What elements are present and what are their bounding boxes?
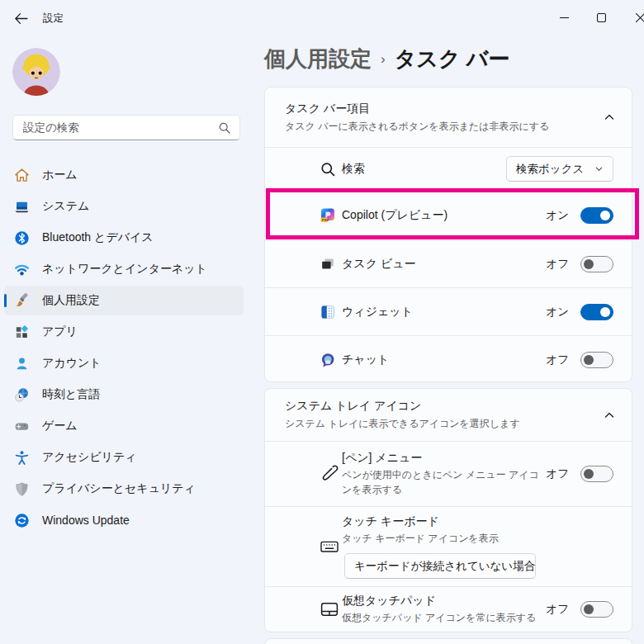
- toggle-state-label: オン: [546, 305, 569, 320]
- accessibility-icon: [14, 450, 30, 466]
- search-icon: [320, 161, 336, 178]
- next-card-stub: [264, 638, 632, 644]
- row-title: タッチ キーボード: [342, 514, 613, 529]
- dropdown-value: 検索ボックス: [516, 162, 585, 177]
- minimize-button[interactable]: [552, 5, 576, 30]
- breadcrumb: 個人用設定›タスク バー: [264, 45, 509, 73]
- task-view-toggle[interactable]: [580, 256, 613, 272]
- title-bar: 設定: [0, 0, 644, 36]
- section-title: システム トレイ アイコン: [285, 399, 604, 414]
- breadcrumb-parent[interactable]: 個人用設定: [264, 46, 372, 71]
- system-icon: [14, 199, 30, 215]
- row-touch-keyboard: タッチ キーボード タッチ キーボード アイコンを表示 キーボードが接続されてい…: [265, 506, 632, 586]
- sidebar-item-personalization[interactable]: 個人用設定: [4, 286, 244, 315]
- row-copilot: PRE Copilot (プレビュー) オン: [265, 190, 632, 240]
- row-label: タスク ビュー: [342, 257, 546, 272]
- widgets-toggle[interactable]: [580, 304, 613, 320]
- row-description: ペンが使用中のときにペン メニュー アイコンを表示する: [342, 468, 546, 497]
- row-label: チャット: [342, 353, 546, 367]
- virtual-touchpad-toggle[interactable]: [580, 601, 613, 618]
- user-avatar: [12, 48, 60, 96]
- search-glass-icon: [218, 121, 231, 135]
- touch-keyboard-dropdown[interactable]: キーボードが接続されていない場合: [344, 553, 536, 579]
- task-view-icon: [320, 256, 336, 272]
- close-icon: [636, 13, 644, 22]
- sidebar-item-network[interactable]: ネットワークとインターネット: [4, 254, 244, 284]
- widgets-icon: [320, 304, 336, 320]
- bluetooth-icon: [14, 230, 30, 246]
- back-arrow-icon: [14, 12, 28, 26]
- row-title: [ペン] メニュー: [342, 451, 546, 466]
- sidebar-item-time-language[interactable]: 時刻と言語: [4, 380, 244, 410]
- taskbar-items-card: タスク バー項目 タスク バーに表示されるボタンを表示または非表示にする 検索 …: [264, 87, 632, 382]
- home-icon: [14, 168, 30, 183]
- time-language-icon: [14, 387, 30, 403]
- row-label: 検索: [342, 162, 506, 177]
- sidebar-item-gaming[interactable]: ゲーム: [4, 411, 244, 441]
- sidebar-item-label: Bluetooth とデバイス: [42, 230, 154, 245]
- sidebar-item-accessibility[interactable]: アクセシビリティ: [4, 443, 244, 472]
- toggle-state-label: オフ: [546, 602, 569, 617]
- search-mode-dropdown[interactable]: 検索ボックス: [506, 156, 613, 182]
- sidebar-item-bluetooth[interactable]: Bluetooth とデバイス: [4, 223, 244, 253]
- chat-icon: [320, 352, 336, 368]
- svg-text:PRE: PRE: [322, 218, 329, 222]
- privacy-icon: [14, 481, 30, 497]
- gaming-icon: [14, 419, 30, 434]
- page-title: タスク バー: [395, 46, 510, 71]
- sidebar-item-apps[interactable]: アプリ: [4, 317, 244, 347]
- sidebar-item-accounts[interactable]: アカウント: [4, 348, 244, 378]
- maximize-button[interactable]: [589, 5, 613, 30]
- sidebar-item-label: ホーム: [42, 168, 78, 182]
- sidebar-item-privacy[interactable]: プライバシーとセキュリティ: [4, 474, 244, 504]
- sidebar-item-label: 個人用設定: [42, 293, 100, 308]
- chat-toggle[interactable]: [580, 352, 613, 368]
- pen-menu-toggle[interactable]: [580, 466, 613, 482]
- maximize-icon: [597, 13, 606, 22]
- sidebar-item-label: 時刻と言語: [42, 387, 100, 402]
- toggle-state-label: オフ: [546, 353, 569, 367]
- sidebar-item-home[interactable]: ホーム: [4, 160, 244, 190]
- sidebar-item-label: アクセシビリティ: [42, 450, 137, 465]
- row-task-view: タスク ビュー オフ: [265, 240, 632, 287]
- row-chat: チャット オフ: [265, 335, 632, 382]
- pen-icon: [320, 464, 339, 484]
- row-pen-menu: [ペン] メニュー ペンが使用中のときにペン メニュー アイコンを表示する オフ: [265, 441, 632, 506]
- breadcrumb-separator-icon: ›: [381, 51, 386, 67]
- apps-icon: [14, 324, 30, 340]
- main-content: 個人用設定›タスク バー タスク バー項目 タスク バーに表示されるボタンを表示…: [264, 36, 644, 644]
- row-description: タッチ キーボード アイコンを表示: [342, 532, 555, 546]
- taskbar-items-expander[interactable]: タスク バー項目 タスク バーに表示されるボタンを表示または非表示にする: [265, 88, 632, 147]
- row-search: 検索 検索ボックス: [265, 147, 632, 190]
- sidebar-item-label: ネットワークとインターネット: [42, 262, 207, 277]
- windows-update-icon: [14, 513, 30, 528]
- dropdown-value: キーボードが接続されていない場合: [354, 559, 535, 574]
- personalization-icon: [14, 293, 30, 309]
- sidebar-item-label: システム: [42, 199, 89, 214]
- copilot-toggle[interactable]: [580, 207, 613, 224]
- chevron-up-icon[interactable]: [604, 410, 615, 421]
- touch-keyboard-icon: [320, 537, 339, 556]
- app-title: 設定: [43, 12, 64, 26]
- sidebar-item-windows-update[interactable]: Windows Update: [4, 505, 244, 535]
- sidebar: ホームシステムBluetooth とデバイスネットワークとインターネット個人用設…: [0, 36, 252, 644]
- system-tray-expander[interactable]: システム トレイ アイコン システム トレイに表示できるアイコンを選択します: [265, 389, 632, 441]
- copilot-icon: PRE: [320, 207, 336, 224]
- row-virtual-touchpad: 仮想タッチパッド 仮想タッチパッド アイコンを常に表示する オフ: [265, 586, 632, 632]
- section-subtitle: システム トレイに表示できるアイコンを選択します: [285, 417, 604, 431]
- system-tray-card: システム トレイ アイコン システム トレイに表示できるアイコンを選択します […: [264, 388, 632, 632]
- settings-search-input[interactable]: [21, 121, 218, 135]
- row-label: ウィジェット: [342, 305, 546, 320]
- chevron-down-icon: [594, 164, 604, 173]
- row-label: Copilot (プレビュー): [342, 208, 546, 223]
- chevron-up-icon[interactable]: [604, 111, 615, 123]
- settings-search-box[interactable]: [12, 115, 240, 140]
- back-button[interactable]: [8, 7, 33, 30]
- sidebar-nav: ホームシステムBluetooth とデバイスネットワークとインターネット個人用設…: [4, 159, 244, 537]
- sidebar-item-label: Windows Update: [42, 514, 130, 527]
- sidebar-item-label: ゲーム: [42, 419, 78, 433]
- sidebar-item-label: アカウント: [42, 356, 102, 371]
- toggle-state-label: オフ: [546, 257, 569, 272]
- sidebar-item-system[interactable]: システム: [4, 192, 244, 221]
- close-button[interactable]: [627, 5, 644, 30]
